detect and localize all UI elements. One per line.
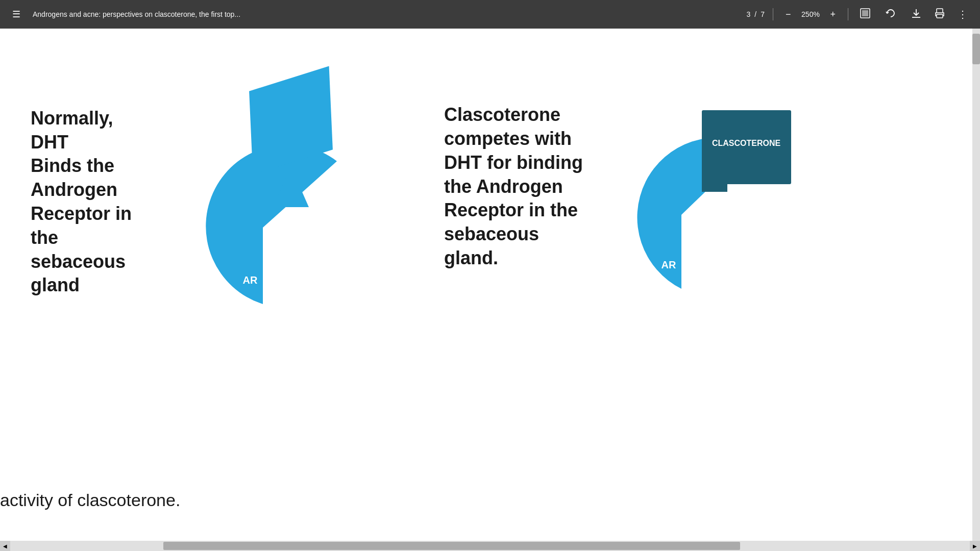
svg-text:AR: AR (243, 274, 258, 286)
menu-button[interactable]: ☰ (8, 7, 24, 22)
zoom-controls: − 250% + (781, 7, 840, 22)
rotate-button[interactable] (882, 6, 899, 23)
svg-rect-4 (937, 14, 943, 18)
page-number-current: 3 (746, 10, 750, 18)
print-button[interactable] (931, 6, 948, 23)
toolbar: ☰ Androgens and acne: perspectives on cl… (0, 0, 980, 29)
right-diagram-text: Clascoterone competes with DHT for bindi… (444, 103, 587, 270)
toolbar-divider (773, 8, 773, 20)
left-diagram: Normally, DHT Binds the Androgen Recepto… (31, 80, 403, 324)
svg-text:CLASCOTERONE: CLASCOTERONE (712, 139, 781, 147)
right-diagram: Clascoterone competes with DHT for bindi… (444, 80, 801, 294)
toolbar-right: ⋮ (908, 6, 972, 23)
fit-page-button[interactable] (856, 6, 874, 23)
toolbar-divider-2 (848, 8, 848, 20)
scroll-right-button[interactable]: ▶ (970, 541, 980, 551)
svg-text:DHT: DHT (326, 178, 347, 189)
bottom-scrollbar-track[interactable] (10, 541, 970, 551)
right-scrollbar[interactable] (972, 29, 980, 541)
svg-rect-11 (702, 161, 727, 192)
left-diagram-text: Normally, DHT Binds the Androgen Recepto… (31, 107, 153, 297)
svg-text:AR: AR (662, 259, 676, 270)
bottom-scrollbar-thumb[interactable] (163, 542, 740, 550)
zoom-level: 250% (799, 10, 822, 18)
svg-rect-3 (937, 9, 943, 13)
right-diagram-visual: AR CLASCOTERONE (607, 80, 801, 294)
page-area: Normally, DHT Binds the Androgen Recepto… (0, 29, 972, 541)
left-diagram-visual: AR DHT (174, 80, 403, 324)
more-options-button[interactable]: ⋮ (954, 6, 972, 22)
download-button[interactable] (908, 6, 925, 23)
zoom-in-button[interactable]: + (826, 7, 840, 22)
right-scrollbar-thumb[interactable] (972, 34, 980, 64)
page-controls: 3 / 7 (746, 10, 764, 18)
page-separator: / (754, 10, 756, 18)
page-total: 7 (761, 10, 765, 18)
zoom-out-button[interactable]: − (781, 7, 795, 22)
svg-rect-1 (862, 10, 868, 16)
bottom-text: activity of clascoterone. (0, 490, 180, 510)
main-content: Normally, DHT Binds the Androgen Recepto… (0, 29, 972, 541)
bottom-scrollbar[interactable]: ◀ ▶ (0, 541, 980, 551)
document-title: Androgens and acne: perspectives on clas… (33, 10, 738, 18)
scroll-left-button[interactable]: ◀ (0, 541, 10, 551)
diagrams-container: Normally, DHT Binds the Androgen Recepto… (31, 39, 942, 324)
